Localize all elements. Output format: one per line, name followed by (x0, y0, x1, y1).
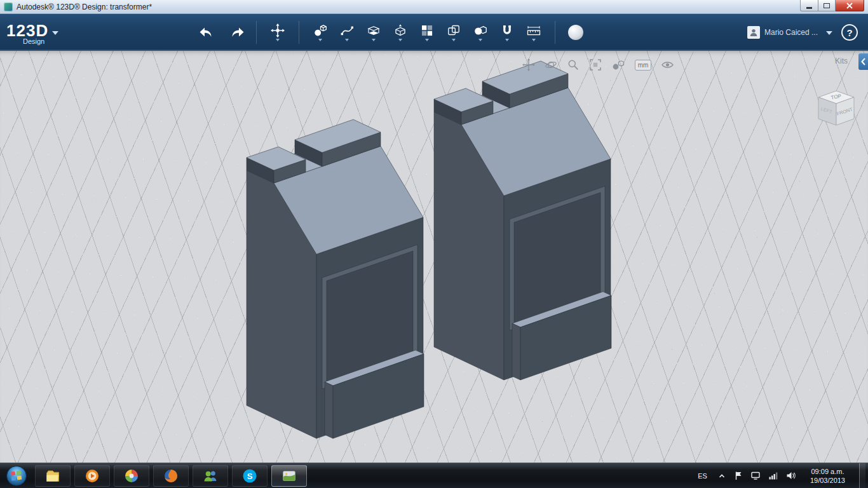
visibility-button[interactable] (661, 58, 674, 71)
chevron-left-icon (860, 57, 866, 66)
sketch-tool-button[interactable] (334, 24, 360, 41)
chevron-down-icon (478, 39, 482, 41)
monitor-icon (750, 471, 761, 480)
close-button[interactable] (836, 0, 864, 11)
language-indicator[interactable]: ES (695, 471, 710, 481)
chevron-down-icon (505, 39, 509, 41)
flag-icon (734, 471, 743, 480)
transform-tool-button[interactable] (264, 24, 291, 41)
construct-loft-icon (367, 24, 381, 37)
clock-time: 09:09 a.m. (810, 467, 845, 476)
chevron-down-icon (52, 31, 58, 35)
maximize-icon (824, 3, 830, 8)
transform-move-icon (271, 24, 285, 37)
units-badge[interactable]: mm (635, 60, 651, 71)
viewport-canvas[interactable] (0, 51, 868, 463)
windows-orb-icon (6, 465, 27, 487)
chevron-down-icon (345, 39, 349, 41)
chevron-down-icon (826, 31, 832, 35)
chevron-down-icon (372, 39, 376, 41)
show-desktop-button[interactable] (859, 463, 865, 488)
taskbar-clock[interactable]: 09:09 a.m. 19/03/2013 (804, 467, 851, 485)
model-right-leg[interactable] (434, 61, 611, 380)
system-tray: ES (695, 463, 868, 488)
snap-tool-button[interactable] (494, 24, 520, 41)
color-wheel-icon (123, 468, 140, 484)
toolbar-separator (299, 21, 299, 44)
taskbar-item-firefox[interactable] (153, 465, 189, 487)
chevron-down-icon (398, 39, 402, 41)
toolbar-separator (555, 21, 555, 44)
app-window-icon (4, 3, 13, 11)
undo-button[interactable] (195, 23, 217, 42)
window-titlebar[interactable]: Autodesk® 123D® Design: transformer* (0, 0, 868, 14)
taskbar-item-color-wheel-app[interactable] (114, 465, 149, 487)
clock-date: 19/03/2013 (810, 476, 845, 485)
user-menu[interactable]: Mario Caiced ... (747, 26, 832, 39)
combine-tool-button[interactable] (467, 24, 494, 41)
zoom-button[interactable] (567, 58, 580, 71)
redo-icon (230, 25, 245, 39)
redo-button[interactable] (227, 23, 248, 42)
undo-icon (198, 25, 214, 39)
snap-magnet-icon (500, 24, 514, 37)
modify-presspull-icon (393, 24, 407, 37)
display-settings-button[interactable] (750, 471, 761, 480)
kits-panel-toggle[interactable] (858, 53, 868, 70)
chevron-up-icon (717, 471, 726, 480)
model-left-leg[interactable] (247, 119, 424, 438)
action-center-button[interactable] (734, 471, 743, 480)
speaker-icon (786, 471, 796, 480)
taskbar-item-123d-design-active[interactable] (271, 465, 307, 487)
windows-taskbar: S ES (0, 463, 868, 488)
chevron-down-icon (425, 39, 429, 41)
material-sphere-button[interactable] (568, 25, 583, 40)
chevron-down-icon (532, 39, 536, 41)
sketch-icon (340, 24, 354, 37)
chevron-down-icon (276, 39, 280, 41)
construct-tool-button[interactable] (360, 24, 387, 41)
minimize-button[interactable] (800, 0, 818, 11)
firefox-icon (163, 468, 179, 484)
taskbar-item-media-player[interactable] (74, 465, 110, 487)
folder-icon (44, 468, 61, 484)
orbit-button[interactable] (545, 58, 557, 71)
app-toolbar: 123D Design (0, 14, 868, 51)
messenger-buddies-icon (202, 468, 219, 484)
pattern-tool-button[interactable] (414, 24, 440, 41)
volume-button[interactable] (786, 471, 796, 480)
skype-icon: S (241, 468, 258, 484)
start-button[interactable] (0, 463, 33, 488)
chevron-down-icon (318, 39, 322, 41)
modify-tool-button[interactable] (387, 24, 414, 41)
grouping-tool-button[interactable] (440, 24, 467, 41)
taskbar-item-skype[interactable]: S (232, 465, 268, 487)
skype-letter: S (247, 471, 253, 480)
taskbar-item-messenger[interactable] (193, 465, 228, 487)
maximize-button[interactable] (818, 0, 836, 11)
viewport-3d[interactable]: mm Kits TOP FRONT LEFT (0, 51, 868, 463)
help-button[interactable]: ? (841, 24, 858, 41)
display-style-button[interactable] (611, 58, 625, 71)
pan-button[interactable] (522, 58, 535, 71)
toolbar-separator (256, 21, 257, 44)
logo-123d: 123D (6, 22, 48, 39)
media-player-icon (84, 468, 100, 484)
chevron-down-icon (452, 39, 456, 41)
logo-design: Design (23, 37, 48, 45)
fit-view-button[interactable] (589, 58, 602, 71)
measure-ruler-icon (526, 24, 541, 37)
view-cube[interactable]: TOP FRONT LEFT (813, 88, 859, 131)
taskbar-item-explorer[interactable] (35, 465, 71, 487)
user-name: Mario Caiced ... (764, 28, 818, 37)
close-icon (846, 3, 853, 9)
combine-icon (473, 24, 487, 37)
app-menu-button[interactable]: 123D Design (0, 20, 65, 45)
view-navigation-bar: mm (522, 58, 674, 71)
measure-tool-button[interactable] (520, 24, 547, 41)
primitives-tool-button[interactable] (307, 24, 334, 41)
kits-panel-label: Kits (835, 57, 848, 65)
network-button[interactable] (768, 471, 778, 480)
help-glyph: ? (846, 27, 852, 38)
tray-expand-button[interactable] (717, 471, 726, 480)
